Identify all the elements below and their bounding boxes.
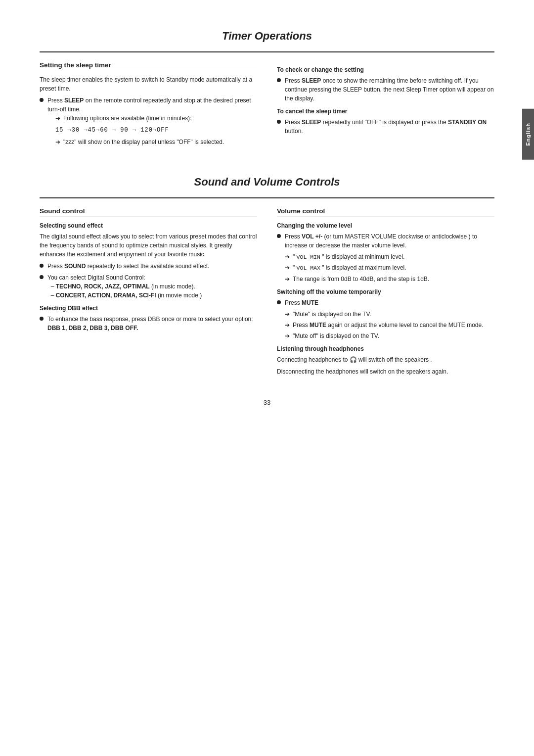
- bullet-dot-check: [277, 78, 281, 82]
- arrow-mute1-sym: ➔: [285, 310, 290, 319]
- vol-bold: VOL +/-: [302, 233, 322, 240]
- arrow-zzz-sym: ➔: [55, 138, 60, 146]
- arrow-options: ➔ Following options are available (time …: [47, 114, 257, 123]
- sound-section: Sound and Volume Controls Sound control …: [40, 176, 494, 379]
- standby-bold: STANDBY ON: [448, 119, 487, 126]
- bullet-dot-dsc: [40, 275, 44, 279]
- arrow-zzz: ➔ "zzz" will show on the display panel u…: [47, 138, 257, 146]
- arrow-sym: ➔: [55, 114, 60, 123]
- headphones-text2: Disconnecting the headphones will switch…: [277, 367, 494, 376]
- dbb-bullet: To enhance the bass response, press DBB …: [40, 315, 257, 332]
- arrow-range-text: The range is from 0dB to 40dB, and the s…: [293, 275, 429, 284]
- check-setting-heading: To check or change the setting: [277, 66, 494, 73]
- bullet-dot-dbb: [40, 317, 44, 321]
- arrow-vol-min: ➔ " VOL MIN " is displayed at minimum le…: [277, 252, 494, 261]
- arrow-min-sym: ➔: [285, 252, 290, 261]
- headphones-heading: Listening through headphones: [277, 345, 494, 352]
- dsc-bullet: You can select Digital Sound Control: – …: [40, 273, 257, 300]
- timer-divider: [40, 51, 494, 52]
- check-setting-bullet: Press SLEEP once to show the remaining t…: [277, 76, 494, 103]
- arrow-vol-range: ➔ The range is from 0dB to 40dB, and the…: [277, 275, 494, 284]
- timer-left-col: Setting the sleep timer The sleep timer …: [40, 61, 257, 151]
- language-tab: English: [522, 109, 534, 160]
- sound-left-col: Sound control Selecting sound effect The…: [40, 207, 257, 379]
- arrow-mute2-sym: ➔: [285, 321, 290, 330]
- cancel-timer-heading: To cancel the sleep timer: [277, 108, 494, 115]
- arrow-options-text: Following options are available (time in…: [63, 114, 191, 123]
- arrow-mute2-text: Press MUTE again or adjust the volume le…: [293, 321, 484, 330]
- mute-bullet: Press MUTE: [277, 298, 494, 307]
- arrow-mute3-text: "Mute off" is displayed on the TV.: [293, 331, 379, 340]
- page: English Timer Operations Setting the sle…: [0, 0, 534, 756]
- techno-bold: TECHNO, ROCK, JAZZ, OPTIMAL: [56, 283, 150, 290]
- sleep-timer-heading: Setting the sleep timer: [40, 61, 257, 71]
- arrow-max-sym: ➔: [285, 263, 290, 272]
- sleep-timer-intro: The sleep timer enables the system to sw…: [40, 75, 257, 93]
- cancel-timer-bullet: Press SLEEP repeatedly until "OFF" is di…: [277, 118, 494, 136]
- sound-repeat-text: Press SOUND repeatedly to select the ava…: [47, 262, 257, 271]
- sleep-timer-bullet1-text: Press SLEEP on the remote control repeat…: [47, 96, 257, 148]
- volume-right-col: Volume control Changing the volume level…: [277, 207, 494, 379]
- dbb-options-bold: DBB 1, DBB 2, DBB 3, DBB OFF.: [47, 325, 138, 331]
- arrow-min-text: " VOL MIN " is displayed at minimum leve…: [293, 252, 404, 261]
- arrow-mute1: ➔ "Mute" is displayed on the TV.: [277, 310, 494, 319]
- arrow-mute3: ➔ "Mute off" is displayed on the TV.: [277, 331, 494, 340]
- vol-text: Press VOL +/- (or turn MASTER VOLUME clo…: [285, 232, 494, 250]
- vol-bullet: Press VOL +/- (or turn MASTER VOLUME clo…: [277, 232, 494, 250]
- sleep-cancel-bold: SLEEP: [302, 119, 321, 126]
- timer-section: Timer Operations Setting the sleep timer…: [40, 30, 494, 151]
- vol-max-mono: VOL MAX: [297, 265, 320, 271]
- bullet-dot-mute: [277, 300, 281, 304]
- sound-divider: [40, 197, 494, 198]
- concert-bold: CONCERT, ACTION, DRAMA, SCI-FI: [56, 292, 156, 299]
- bullet-dot-cancel: [277, 120, 281, 124]
- mute-text: Press MUTE: [285, 298, 494, 307]
- timer-two-col: Setting the sleep timer The sleep timer …: [40, 61, 494, 151]
- sound-control-heading: Sound control: [40, 207, 257, 217]
- sound-effect-intro: The digital sound effect allows you to s…: [40, 232, 257, 259]
- dsc-text: You can select Digital Sound Control: – …: [47, 273, 257, 300]
- sound-section-title: Sound and Volume Controls: [40, 176, 494, 189]
- sound-bold: SOUND: [64, 263, 86, 270]
- vol-min-mono: VOL MIN: [297, 254, 320, 260]
- sound-repeat-bullet: Press SOUND repeatedly to select the ava…: [40, 262, 257, 271]
- timer-right-col: To check or change the setting Press SLE…: [277, 61, 494, 151]
- page-number: 33: [40, 399, 494, 406]
- timer-section-title: Timer Operations: [40, 30, 494, 43]
- dbb-text: To enhance the bass response, press DBB …: [47, 315, 257, 332]
- switching-vol-heading: Switching off the volume temporarily: [277, 288, 494, 295]
- dbb-heading: Selecting DBB effect: [40, 305, 257, 312]
- sound-two-col: Sound control Selecting sound effect The…: [40, 207, 494, 379]
- selecting-sound-heading: Selecting sound effect: [40, 222, 257, 229]
- bullet-dot-sound: [40, 264, 44, 268]
- timer-sequence: 15 →30 →45→60 → 90 → 120→OFF: [55, 126, 257, 135]
- sleep-timer-bullet1: Press SLEEP on the remote control repeat…: [40, 96, 257, 148]
- mute2-bold: MUTE: [310, 322, 326, 329]
- bullet-dot: [40, 98, 44, 102]
- headphones-text1: Connecting headphones to 🎧 will switch o…: [277, 355, 494, 364]
- arrow-range-sym: ➔: [285, 275, 290, 284]
- arrow-vol-max: ➔ " VOL MAX " is displayed at maximum le…: [277, 263, 494, 272]
- check-setting-text: Press SLEEP once to show the remaining t…: [285, 76, 494, 103]
- sleep-bold: SLEEP: [64, 97, 84, 104]
- arrow-max-text: " VOL MAX " is displayed at maximum leve…: [293, 263, 406, 272]
- mute-bold: MUTE: [302, 299, 318, 306]
- arrow-mute3-sym: ➔: [285, 331, 290, 340]
- arrow-zzz-text: "zzz" will show on the display panel unl…: [63, 138, 224, 146]
- bullet-dot-vol: [277, 234, 281, 238]
- volume-control-heading: Volume control: [277, 207, 494, 217]
- sleep-check-bold: SLEEP: [302, 77, 321, 84]
- cancel-timer-text: Press SLEEP repeatedly until "OFF" is di…: [285, 118, 494, 136]
- changing-volume-heading: Changing the volume level: [277, 222, 494, 229]
- arrow-mute2: ➔ Press MUTE again or adjust the volume …: [277, 321, 494, 330]
- arrow-mute1-text: "Mute" is displayed on the TV.: [293, 310, 371, 319]
